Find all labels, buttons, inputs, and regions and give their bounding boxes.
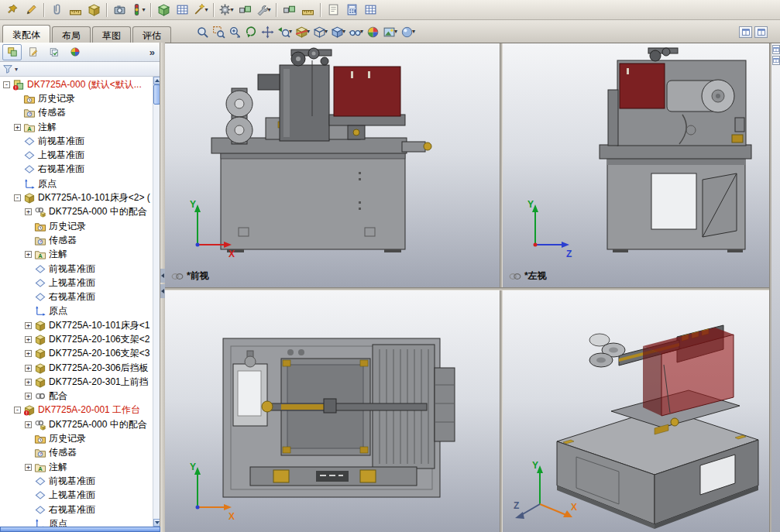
tree-item[interactable]: -DK7725A-10-101床身<2> ( [0, 190, 153, 204]
commandmanager-tab[interactable]: 草图 [92, 26, 131, 43]
move-component-button[interactable]: ▾ [254, 2, 273, 19]
viewport-isometric[interactable]: Y X Z [503, 290, 769, 532]
wizard-button[interactable]: ▾ [191, 2, 210, 19]
tree-item[interactable]: 原点 [0, 177, 153, 190]
paperclip-button[interactable] [47, 2, 66, 19]
expand-toggle[interactable]: + [25, 379, 32, 386]
expand-toggle[interactable]: + [25, 336, 32, 343]
pane-display-button-2[interactable] [754, 26, 768, 38]
options-button[interactable]: ▾ [217, 2, 235, 19]
make-part-button[interactable] [154, 2, 173, 19]
featuremanager-tab-button[interactable] [2, 44, 22, 60]
view-orientation-dropdown-caret[interactable]: ▾ [325, 29, 328, 35]
tree-horizontal-scrollbar[interactable] [0, 527, 160, 532]
display-style-dropdown-caret[interactable]: ▾ [342, 29, 345, 35]
interference-check-button[interactable] [280, 2, 298, 19]
apply-scene-button[interactable]: ▾ [381, 23, 399, 40]
tree-item[interactable]: +注解 [0, 120, 153, 134]
design-table-button[interactable] [173, 2, 191, 19]
bom-table-button[interactable] [361, 2, 380, 19]
options-dropdown-caret[interactable]: ▾ [230, 7, 233, 13]
capture-view-button[interactable] [110, 2, 129, 19]
expand-toggle[interactable]: + [25, 322, 32, 329]
previous-view-button[interactable]: ▾ [276, 23, 294, 40]
zoom-fit-button[interactable] [194, 23, 211, 40]
expand-toggle[interactable]: + [25, 464, 32, 471]
move-component-dropdown-caret[interactable]: ▾ [267, 7, 270, 13]
insert-component-button[interactable] [84, 2, 103, 19]
tree-item[interactable]: 右视基准面 [0, 163, 153, 177]
commandmanager-tab[interactable]: 布局 [52, 26, 91, 43]
scroll-down-button[interactable] [153, 519, 160, 527]
expand-toggle[interactable]: - [14, 407, 21, 414]
expand-toggle[interactable]: + [25, 208, 32, 215]
hide-show-items-button[interactable]: ▾ [347, 23, 365, 40]
tree-item[interactable]: -DK7725A-20-001 工作台 [0, 403, 153, 417]
previous-view-dropdown-caret[interactable]: ▾ [289, 29, 292, 35]
pushpin-button[interactable] [3, 2, 22, 19]
zoom-in-out-button[interactable] [227, 23, 243, 40]
tree-item[interactable]: +DK7725A-20-106支架<3 [0, 347, 153, 361]
panel-expand-chevron[interactable]: » [147, 46, 157, 58]
tree-item[interactable]: +DK7725A-20-306后挡板 [0, 361, 153, 375]
tree-item[interactable]: +DK7725A-20-301上前挡 [0, 375, 153, 389]
apply-scene-dropdown-caret[interactable]: ▾ [394, 29, 397, 35]
tree-item[interactable]: 传感器 [0, 106, 153, 120]
tree-item[interactable]: 历史记录 [0, 91, 153, 105]
view-orientation-button[interactable]: ▾ [311, 23, 329, 40]
tree-item[interactable]: +DK7725A-20-106支架<2 [0, 332, 153, 346]
filter-dropdown-caret[interactable]: ▾ [15, 66, 18, 73]
viewport-front[interactable]: Y X *前视 [165, 43, 500, 287]
expand-toggle[interactable]: + [14, 124, 21, 131]
tree-item[interactable]: 上视基准面 [0, 148, 153, 162]
tree-item[interactable]: 历史记录 [0, 219, 153, 233]
tree-item[interactable]: 前视基准面 [0, 262, 153, 276]
tree-item[interactable]: +DK7725A-000 中的配合 [0, 417, 153, 431]
tree-item[interactable]: 原点 [0, 304, 153, 318]
tree-item[interactable]: +DK7725A-10-101床身<1 [0, 318, 153, 332]
configurationmanager-tab-button[interactable] [44, 44, 64, 60]
expand-toggle[interactable]: + [25, 393, 32, 400]
tree-item[interactable]: -DK7725A-000 (默认<默认... [0, 77, 153, 91]
tree-item[interactable]: 传感器 [0, 233, 153, 247]
vertical-scrollbar-thumb[interactable] [153, 84, 160, 105]
tree-item[interactable]: 上视基准面 [0, 489, 153, 503]
displaymanager-tab-button[interactable] [65, 44, 84, 60]
expand-toggle[interactable]: + [25, 421, 32, 428]
pan-button[interactable] [259, 23, 276, 40]
tree-item[interactable]: 右视基准面 [0, 503, 153, 517]
pane-display-button-1[interactable] [739, 26, 752, 38]
section-view-dropdown-caret[interactable]: ▾ [307, 29, 310, 35]
commandmanager-tab[interactable]: 装配体 [2, 25, 50, 43]
tree-item[interactable]: 右视基准面 [0, 290, 153, 304]
viewport-left[interactable]: Y Z *左视 [503, 43, 769, 287]
horizontal-viewport-splitter[interactable] [165, 287, 769, 290]
split-pane-button-bottom[interactable] [772, 56, 780, 65]
measure-button[interactable] [66, 2, 84, 19]
viewport-top[interactable]: Y X [165, 290, 500, 532]
zoom-area-button[interactable] [211, 23, 227, 40]
tree-item[interactable]: 前视基准面 [0, 474, 153, 488]
expand-toggle[interactable]: + [25, 365, 32, 372]
tree-item[interactable]: +DK7725A-000 中的配合 [0, 205, 153, 219]
tree-item[interactable]: 前视基准面 [0, 134, 153, 148]
measure-tool-button[interactable] [298, 2, 317, 19]
hide-show-items-dropdown-caret[interactable]: ▾ [360, 29, 363, 35]
scroll-up-button[interactable] [153, 77, 160, 84]
tree-item[interactable]: +配合 [0, 390, 153, 403]
edit-appearance-button[interactable] [365, 23, 381, 40]
view-settings-dropdown-caret[interactable]: ▾ [412, 29, 415, 35]
rebuild-dropdown-caret[interactable]: ▾ [142, 7, 145, 13]
tree-item[interactable]: 历史记录 [0, 431, 153, 445]
rebuild-button[interactable]: ▾ [129, 2, 147, 19]
annotation-note-button[interactable] [324, 2, 342, 19]
equations-button[interactable] [342, 2, 361, 19]
view-settings-button[interactable]: ▾ [399, 23, 417, 40]
tree-item[interactable]: 上视基准面 [0, 276, 153, 290]
mate-tools-button[interactable] [235, 2, 254, 19]
horizontal-scrollbar-thumb[interactable] [0, 527, 160, 532]
expand-toggle[interactable]: + [25, 251, 32, 258]
display-style-button[interactable]: ▾ [329, 23, 347, 40]
propertymanager-tab-button[interactable] [23, 44, 43, 60]
tree-item[interactable]: 原点 [0, 517, 153, 527]
